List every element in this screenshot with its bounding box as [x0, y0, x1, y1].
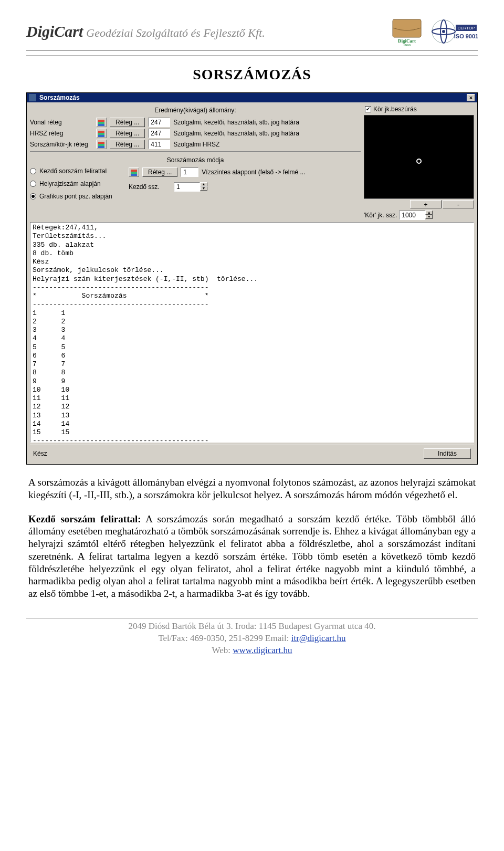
reteg-number[interactable]: 1 — [181, 167, 198, 177]
footer-web-link[interactable]: www.digicart.hu — [233, 645, 292, 655]
kezdo-value[interactable]: 1 — [174, 182, 200, 192]
result-label: Eredmény(kivágat) állomány: — [30, 104, 361, 116]
body-paragraph-2: Kezdő sorszám felirattal: A sorszámozás … — [28, 513, 476, 600]
svg-point-6 — [442, 30, 445, 33]
row-sorszam-reteg: Sorszám/kör-jk réteg Réteg ... 411 Szolg… — [30, 140, 361, 149]
radio-helyrajziszam[interactable]: Helyrajziszám alapján — [30, 180, 124, 187]
sorszamozas-window: Sorszámozás × Eredmény(kivágat) állomány… — [26, 92, 478, 465]
footer-contact-prefix: Tel/Fax: 469-0350, 251-8299 Email: — [158, 633, 291, 643]
svg-text:CERTOP: CERTOP — [457, 26, 475, 30]
svg-rect-0 — [393, 19, 421, 37]
panel-divider — [30, 151, 361, 152]
reteg-button[interactable]: Réteg ... — [110, 118, 145, 127]
radio-label: Kezdő sorszám felirattal — [39, 167, 107, 175]
radio-label: Helyrajziszám alapján — [39, 180, 101, 187]
start-button[interactable]: Indítás — [424, 448, 471, 459]
reteg-desc: Szolgalmi, kezelői, használati, stb. jog… — [173, 119, 361, 126]
header-left: DigiCart Geodéziai Szolgáltató és Fejles… — [26, 23, 265, 40]
mode-kezdo-row: Kezdő ssz. 1 ▲ ▼ — [129, 182, 361, 192]
radio-grafikus-pont[interactable]: Grafikus pont psz. alapján — [30, 193, 124, 200]
body-lead: Kezdő sorszám felirattal: — [28, 513, 141, 524]
footer-web: Web: www.digicart.hu — [26, 645, 478, 657]
reteg-button[interactable]: Réteg ... — [110, 129, 145, 138]
status-text: Kész — [33, 450, 47, 457]
reteg-button[interactable]: Réteg ... — [142, 167, 177, 177]
svg-text:1990: 1990 — [403, 43, 411, 46]
page-footer: 2049 Diósd Bartók Béla út 3. Iroda: 1145… — [26, 618, 478, 657]
row-hrsz-reteg: HRSZ réteg Réteg ... 247 Szolgalmi, keze… — [30, 129, 361, 138]
mode-title: Sorszámozás módja — [30, 154, 361, 166]
radio-icon — [30, 168, 36, 174]
reteg-number[interactable]: 247 — [148, 118, 170, 127]
header-divider — [26, 55, 478, 56]
footer-address: 2049 Diósd Bartók Béla út 3. Iroda: 1145… — [26, 621, 478, 633]
checkbox-icon: ✔ — [365, 106, 371, 112]
row-vonal-reteg: Vonal réteg Réteg ... 247 Szolgalmi, kez… — [30, 118, 361, 127]
preview-canvas[interactable] — [364, 115, 474, 199]
result-panel: Eredmény(kivágat) állomány: Vonal réteg … — [30, 104, 361, 220]
footer-email-link[interactable]: itr@digicart.hu — [291, 633, 346, 643]
radio-icon — [30, 181, 36, 187]
svg-text:ISO 9001: ISO 9001 — [454, 33, 478, 39]
reteg-number[interactable]: 411 — [148, 140, 170, 149]
zoom-in-button[interactable]: + — [410, 200, 442, 208]
reteg-desc: Vízszintes alappont (felső -> felmé ... — [202, 169, 361, 176]
reteg-desc: Szolgalmi HRSZ — [173, 141, 361, 148]
page-header: DigiCart Geodéziai Szolgáltató és Fejles… — [26, 16, 478, 51]
body-text-1: A sorszámozás a kivágott állományban elv… — [28, 477, 476, 500]
radio-label: Grafikus pont psz. alapján — [39, 193, 112, 200]
zoom-out-button[interactable]: - — [443, 200, 474, 208]
digicart-logo-icon: DigiCart 1990 — [388, 16, 425, 47]
kor-ssz-label: 'Kör' jk. ssz. — [364, 212, 397, 219]
company-name: DigiCart — [26, 23, 83, 40]
window-title: Sorszámozás — [39, 94, 80, 101]
spin-up-icon[interactable]: ▲ — [425, 211, 433, 215]
layers-icon[interactable] — [96, 129, 107, 138]
mode-reteg-row: Réteg ... 1 Vízszintes alappont (felső -… — [129, 167, 361, 177]
body-paragraph-1: A sorszámozás a kivágott állományban elv… — [28, 476, 476, 501]
footer-contact: Tel/Fax: 469-0350, 251-8299 Email: itr@d… — [26, 633, 478, 645]
window-icon — [29, 94, 36, 101]
log-output[interactable]: Rétegek:247,411, Területszámítás... 335 … — [30, 222, 474, 443]
row-label: Sorszám/kör-jk réteg — [30, 141, 93, 148]
spin-down-icon[interactable]: ▼ — [200, 186, 207, 191]
company-subtitle: Geodéziai Szolgáltató és Fejlesztő Kft. — [86, 26, 265, 40]
layers-icon[interactable] — [96, 140, 107, 149]
window-close-button[interactable]: × — [467, 94, 475, 101]
iso-logo-icon: CERTOP ISO 9001 — [430, 16, 478, 47]
kezdo-label: Kezdő ssz. — [129, 183, 171, 191]
spin-down-icon[interactable]: ▼ — [425, 215, 433, 219]
row-label: HRSZ réteg — [30, 130, 93, 137]
layers-icon[interactable] — [96, 118, 107, 127]
page-title: SORSZÁMOZÁS — [26, 66, 478, 83]
radio-icon — [30, 193, 36, 199]
kor-beszuras-checkbox[interactable]: ✔ Kör jk.beszúrás — [364, 104, 474, 115]
layers-icon[interactable] — [129, 167, 139, 177]
checkbox-label: Kör jk.beszúrás — [373, 106, 417, 113]
kor-ssz-value[interactable]: 1000 — [399, 211, 425, 220]
circle-marker-icon — [416, 159, 422, 164]
reteg-desc: Szolgalmi, kezelői, használati, stb. jog… — [173, 130, 361, 137]
radio-kezdo-felirattal[interactable]: Kezdő sorszám felirattal — [30, 167, 124, 175]
row-label: Vonal réteg — [30, 119, 93, 126]
header-logos: DigiCart 1990 CERTOP ISO 9001 — [388, 16, 478, 47]
spin-up-icon[interactable]: ▲ — [200, 182, 207, 186]
footer-web-prefix: Web: — [212, 645, 233, 655]
window-titlebar[interactable]: Sorszámozás × — [27, 93, 477, 102]
body-text-2: A sorszámozás során megadható a sorszám … — [28, 513, 476, 600]
reteg-button[interactable]: Réteg ... — [110, 140, 145, 149]
reteg-number[interactable]: 247 — [148, 129, 170, 138]
